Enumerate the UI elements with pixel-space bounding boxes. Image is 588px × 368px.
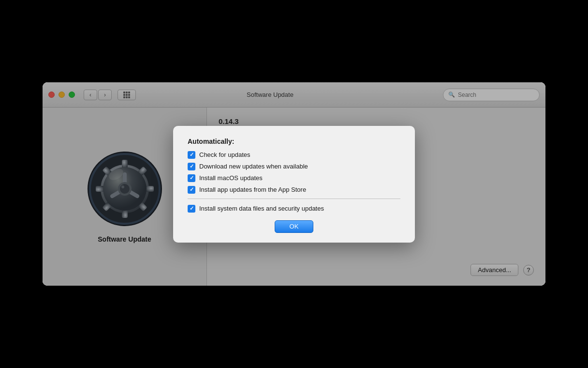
checkbox-row-3: ✓ Install macOS updates (188, 174, 400, 182)
modal-ok-row: OK (188, 220, 400, 233)
checkmark-icon-3: ✓ (190, 175, 194, 181)
checkbox-install-app-updates[interactable]: ✓ (188, 186, 195, 194)
checkmark-icon-4: ✓ (190, 186, 194, 193)
modal-overlay: Automatically: ✓ Check for updates ✓ Dow… (43, 82, 545, 286)
checkbox-row-4: ✓ Install app updates from the App Store (188, 186, 400, 194)
checkmark-icon-2: ✓ (190, 163, 194, 169)
checkbox-check-for-updates[interactable]: ✓ (188, 151, 195, 159)
ok-button[interactable]: OK (275, 220, 313, 233)
checkbox-row-2: ✓ Download new updates when available (188, 163, 400, 170)
checkbox-label-4: Install app updates from the App Store (199, 186, 306, 193)
checkbox-security-updates[interactable]: ✓ (188, 205, 195, 213)
checkbox-install-macos[interactable]: ✓ (188, 174, 195, 182)
checkmark-icon-5: ✓ (190, 205, 194, 212)
main-window: ‹ › Software Update 🔍 (43, 82, 545, 286)
checkbox-row-1: ✓ Check for updates (188, 151, 400, 159)
checkbox-label-1: Check for updates (199, 151, 250, 158)
modal-divider (188, 199, 400, 199)
checkbox-download-updates[interactable]: ✓ (188, 163, 195, 170)
checkbox-row-extra: ✓ Install system data files and security… (188, 205, 400, 213)
checkmark-icon: ✓ (190, 152, 194, 158)
checkbox-label-extra: Install system data files and security u… (199, 205, 324, 212)
checkbox-label-2: Download new updates when available (199, 163, 308, 170)
modal-dialog: Automatically: ✓ Check for updates ✓ Dow… (173, 126, 415, 243)
checkbox-label-3: Install macOS updates (199, 174, 263, 182)
modal-title: Automatically: (188, 138, 400, 145)
